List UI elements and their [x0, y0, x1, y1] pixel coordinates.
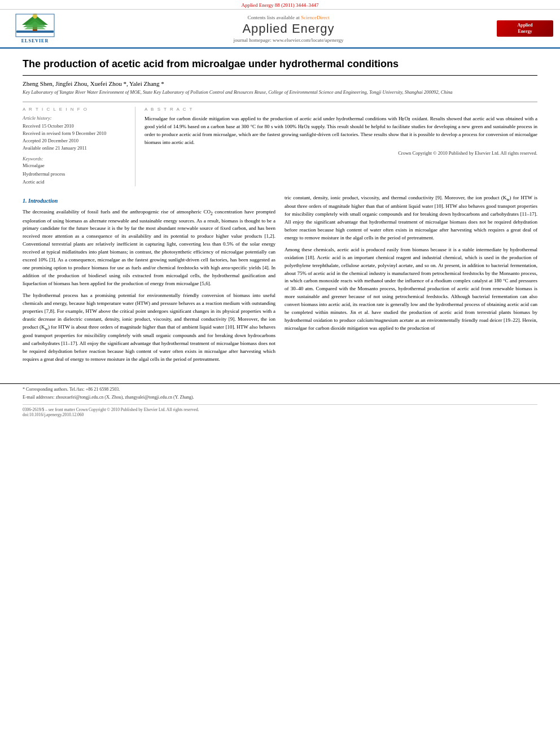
homepage-text: journal homepage: www.elsevier.com/locat… — [233, 37, 343, 43]
keyword-3: Acetic acid — [23, 178, 126, 186]
accepted-date: Accepted 20 December 2010 — [23, 137, 126, 145]
section-1-heading: 1. Introduction — [23, 196, 275, 206]
article-authors: Zheng Shen, Jingfei Zhou, Xuefei Zhou *,… — [23, 80, 537, 87]
body-para-right-1: tric constant, density, ionic product, v… — [285, 194, 537, 242]
applied-energy-badge: Applied Energy — [497, 20, 553, 37]
abstract-label: A B S T R A C T — [145, 107, 537, 112]
elsevier-label: ELSEVIER — [21, 38, 49, 43]
revised-date: Received in revised form 9 December 2010 — [23, 130, 126, 137]
authors-text: Zheng Shen, Jingfei Zhou, Xuefei Zhou *,… — [23, 80, 164, 87]
badge-line1: Applied — [517, 23, 532, 28]
keywords-list: Microalgae Hydrothermal process Acetic a… — [23, 161, 126, 186]
article-history-label: Article history: — [23, 115, 126, 121]
article-footer: * Corresponding authors. Tel./fax: +86 2… — [0, 383, 560, 417]
body-para-1: The decreasing availability of fossil fu… — [23, 208, 275, 288]
journal-header: ELSEVIER Contents lists available at Sci… — [0, 10, 560, 49]
journal-title: Applied Energy — [80, 21, 497, 36]
body-para-2: The hydrothermal process has a promising… — [23, 292, 275, 364]
article-content: The production of acetic acid from micro… — [0, 49, 560, 377]
journal-citation-text: Applied Energy 88 (2011) 3444–3447 — [242, 2, 319, 8]
abstract-text: Microalgae for carbon dioxide mitigation… — [145, 115, 537, 147]
journal-homepage: journal homepage: www.elsevier.com/locat… — [80, 37, 497, 43]
sciencedirect-link[interactable]: ScienceDirect — [301, 15, 329, 20]
elsevier-tree-icon — [15, 14, 55, 37]
keyword-2: Hydrothermal process — [23, 170, 126, 178]
abstract-column: A B S T R A C T Microalgae for carbon di… — [135, 107, 537, 186]
article-info-abstract-section: A R T I C L E I N F O Article history: R… — [23, 102, 537, 186]
footer-doi: doi:10.1016/j.apenergy.2010.12.060 — [23, 412, 537, 417]
article-affiliation: Key Laboratory of Yangtze River Water En… — [23, 89, 537, 96]
body-left-column: 1. Introduction The decreasing availabil… — [23, 194, 275, 368]
body-right-column: tric constant, density, ionic product, v… — [285, 194, 537, 368]
online-date: Available online 21 January 2011 — [23, 145, 126, 152]
sciencedirect-label: Contents lists available at — [248, 15, 300, 20]
abstract-copyright: Crown Copyright © 2010 Published by Else… — [145, 150, 537, 156]
elsevier-logo: ELSEVIER — [7, 13, 63, 44]
sciencedirect-line: Contents lists available at ScienceDirec… — [80, 15, 497, 20]
received-date: Received 15 October 2010 — [23, 123, 126, 130]
body-columns: 1. Introduction The decreasing availabil… — [23, 194, 537, 368]
article-info-column: A R T I C L E I N F O Article history: R… — [23, 107, 135, 186]
article-info-label: A R T I C L E I N F O — [23, 107, 126, 112]
badge-line2: Energy — [518, 29, 532, 34]
journal-badge-area: Applied Energy — [497, 20, 553, 37]
keyword-1: Microalgae — [23, 161, 126, 169]
journal-citation-bar: Applied Energy 88 (2011) 3444–3447 — [0, 0, 560, 10]
footnote-email: E-mail addresses: zhouxuefei@tongji.edu.… — [23, 394, 537, 401]
body-para-right-2: Among these chemicals, acetic acid is pr… — [285, 246, 537, 333]
footnote-corresponding: * Corresponding authors. Tel./fax: +86 2… — [23, 386, 537, 393]
footer-issn: 0306-2619/$ – see front matter Crown Cop… — [23, 407, 537, 412]
elsevier-logo-area: ELSEVIER — [7, 13, 80, 44]
footer-copyright: 0306-2619/$ – see front matter Crown Cop… — [23, 404, 537, 417]
article-title: The production of acetic acid from micro… — [23, 58, 537, 76]
journal-header-center: Contents lists available at ScienceDirec… — [80, 15, 497, 43]
keywords-label: Keywords: — [23, 156, 126, 161]
